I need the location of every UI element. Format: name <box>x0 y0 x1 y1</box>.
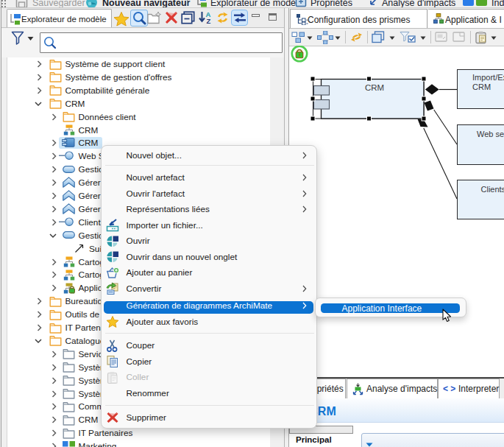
svg-text:Z: Z <box>207 17 211 24</box>
svg-text:CRM: CRM <box>365 83 384 92</box>
